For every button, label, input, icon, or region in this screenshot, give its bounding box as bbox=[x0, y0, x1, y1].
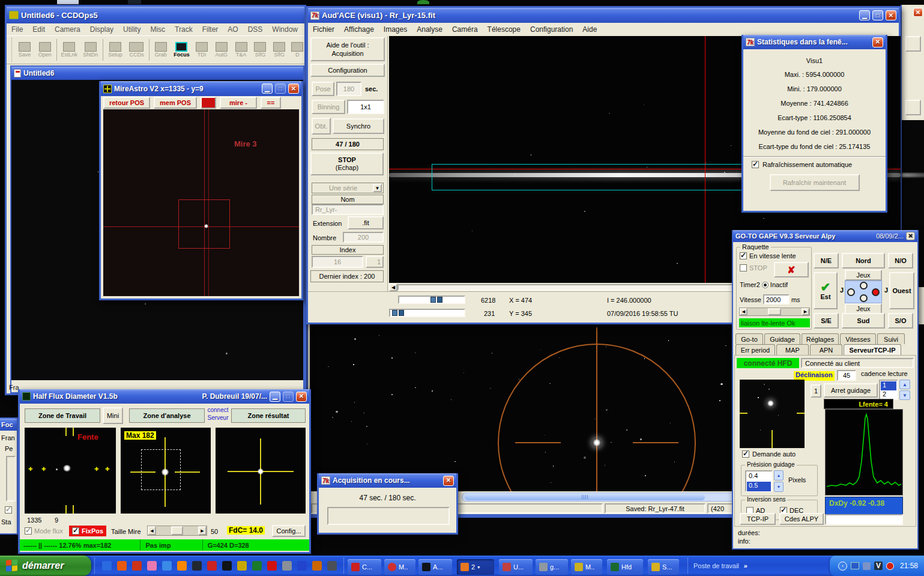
serie-dropdown[interactable]: Une série ▼ bbox=[312, 183, 384, 193]
hfd-panel-resultat[interactable] bbox=[216, 428, 306, 514]
maximize-icon[interactable]: □ bbox=[872, 10, 883, 20]
cadence-list[interactable]: 1 2 bbox=[879, 380, 898, 400]
edge-button[interactable] bbox=[905, 36, 921, 52]
scroll-left-icon[interactable]: ◀ bbox=[389, 283, 397, 291]
tray-shield-icon[interactable] bbox=[886, 562, 894, 570]
spinner-up-icon[interactable]: ▲ bbox=[774, 470, 784, 481]
close-icon[interactable]: ✕ bbox=[443, 476, 454, 486]
precision-option-04[interactable]: 0.4 bbox=[747, 472, 771, 482]
close-icon[interactable]: ✕ bbox=[296, 392, 307, 402]
slider-right-icon[interactable]: ▶ bbox=[802, 308, 809, 315]
tray-collapse-icon[interactable]: ‹ bbox=[838, 562, 847, 571]
alpy-field[interactable] bbox=[825, 514, 903, 525]
toolbar-button-focus[interactable]: Focus bbox=[172, 42, 190, 58]
dir-se-button[interactable]: S/E bbox=[814, 313, 839, 329]
hfd-panel-travail[interactable]: Fente ✚ ✚ ✚ ✚ bbox=[25, 428, 116, 514]
starfield-image[interactable] bbox=[310, 324, 743, 491]
menu-item-window[interactable]: Window bbox=[272, 25, 298, 34]
threshold-slider-high[interactable] bbox=[398, 296, 465, 304]
foc-field[interactable] bbox=[6, 456, 16, 502]
pad-circle-bottom[interactable] bbox=[860, 294, 868, 302]
tab-goto[interactable]: Go-to bbox=[735, 333, 763, 344]
dir-no-button[interactable]: N/O bbox=[888, 253, 913, 268]
minimize-icon[interactable]: ▁ bbox=[262, 83, 273, 94]
slider-left-icon[interactable]: ◀ bbox=[740, 308, 747, 315]
hfd-titlebar[interactable]: Half Flux Diameter V1.5b P. Dubreuil 19/… bbox=[20, 389, 309, 404]
index-input[interactable]: 16 bbox=[312, 256, 363, 268]
toolbar-button-open[interactable]: Open bbox=[36, 42, 53, 58]
audace-titlebar[interactable]: 7k Aud'ACE (visu1) - Rr_Lyr-15.fit ▁ □ ✕ bbox=[308, 8, 899, 23]
menu-item-images[interactable]: Images bbox=[384, 25, 407, 34]
equals-button[interactable]: == bbox=[261, 97, 281, 109]
menu-item-ao[interactable]: AO bbox=[228, 25, 238, 34]
config-button[interactable]: Config... bbox=[272, 525, 306, 537]
pad-circle-top[interactable] bbox=[860, 282, 868, 290]
ccdops-titlebar[interactable]: Untitled6 - CCDOps5 bbox=[7, 7, 304, 23]
toolbar-button-ccds[interactable]: CCDs bbox=[127, 42, 145, 58]
menu-item-aide[interactable]: Aide bbox=[582, 25, 597, 34]
tab-guidage[interactable]: Guidage bbox=[764, 333, 800, 344]
mireastro-titlebar[interactable]: MireAstro V2 x=1335 - y=9 ▁ □ ✕ bbox=[101, 81, 301, 96]
goto-titlebar[interactable]: GO-TO GAPE V9.3 Serveur Alpy 08/09/2... … bbox=[733, 230, 917, 242]
quicklaunch-icon[interactable] bbox=[102, 561, 112, 571]
task-button-g[interactable]: g... bbox=[536, 559, 568, 575]
arret-guidage-button[interactable]: Arret guidage bbox=[824, 383, 878, 398]
task-button-u[interactable]: U... bbox=[499, 559, 533, 575]
quicklaunch-icon[interactable] bbox=[132, 561, 142, 571]
menu-item-dss[interactable]: DSS bbox=[248, 25, 263, 34]
dir-est-button[interactable]: ✔ Est bbox=[814, 272, 838, 309]
precision-option-05[interactable]: 0.5 bbox=[747, 482, 771, 491]
mode-flux-row[interactable]: Mode flux bbox=[25, 527, 63, 535]
dir-ouest-button[interactable]: Ouest bbox=[889, 272, 914, 309]
task-button-2-active[interactable]: 2▾ bbox=[457, 559, 494, 575]
tool-help-button[interactable]: Aide de l'outil :Acquisition bbox=[310, 37, 385, 61]
stop-checkbox[interactable] bbox=[740, 264, 747, 271]
fixpos-checkbox[interactable] bbox=[72, 527, 79, 535]
toolbar-button-tdi[interactable]: TDI bbox=[194, 42, 210, 58]
tab-err-period[interactable]: Err period bbox=[735, 344, 775, 355]
quicklaunch-icon[interactable] bbox=[267, 561, 277, 571]
taskbar-clock[interactable]: 21:58 bbox=[900, 562, 918, 570]
quicklaunch-icon[interactable] bbox=[177, 561, 187, 571]
fixpos-toggle[interactable]: FixPos bbox=[69, 526, 106, 536]
pad-circle-left[interactable] bbox=[847, 288, 855, 296]
close-icon[interactable]: ✕ bbox=[288, 83, 299, 94]
toolbar-button-slfg2[interactable]: SlfG bbox=[271, 42, 288, 58]
toolbar-button-setup[interactable]: Setup bbox=[106, 42, 124, 58]
timer-row[interactable]: Timer2 Inactif bbox=[740, 281, 788, 288]
dir-so-button[interactable]: S/O bbox=[888, 313, 913, 329]
close-icon[interactable]: ✕ bbox=[906, 232, 915, 240]
stop-button[interactable]: STOP(Echap) bbox=[310, 153, 384, 175]
task-button-m2[interactable]: M.. bbox=[571, 559, 602, 575]
acquisition-titlebar[interactable]: 7k Acquisition en cours... ✕ bbox=[319, 473, 456, 488]
tab-serveur-tcpip[interactable]: ServeurTCP-IP bbox=[844, 344, 901, 355]
refresh-now-button[interactable]: Rafraîchir maintenant bbox=[770, 174, 860, 191]
connect-serveur-button[interactable]: connectServeur bbox=[207, 406, 229, 424]
cadence-option-2[interactable]: 2 bbox=[881, 390, 896, 399]
menu-item-configuration[interactable]: Configuration bbox=[530, 25, 573, 34]
vitesse-lente-checkbox[interactable] bbox=[740, 252, 747, 259]
slider-thumb[interactable] bbox=[768, 308, 781, 315]
maximize-icon[interactable]: □ bbox=[275, 83, 286, 94]
quicklaunch-icon[interactable] bbox=[147, 561, 157, 571]
poste-de-travail-toolbar[interactable]: Poste de travail » bbox=[693, 562, 747, 569]
start-button[interactable]: démarrer bbox=[0, 556, 91, 576]
toolbar-button-save[interactable]: Save bbox=[16, 42, 34, 58]
quicklaunch-icon[interactable] bbox=[162, 561, 172, 571]
pad-circle-right-active[interactable] bbox=[872, 288, 880, 296]
toolbar-button-clipped[interactable]: D bbox=[291, 42, 304, 58]
foc-titlebar[interactable]: Foc bbox=[0, 419, 17, 431]
starfield-hscrollbar[interactable] bbox=[462, 493, 741, 502]
menu-item-track[interactable]: Track bbox=[175, 25, 193, 34]
quicklaunch-icon[interactable] bbox=[117, 561, 127, 571]
threshold-slider-low[interactable] bbox=[389, 309, 465, 317]
menu-item-fichier[interactable]: Fichier bbox=[313, 25, 334, 34]
quicklaunch-icon[interactable] bbox=[252, 561, 262, 571]
cdes-alpy-button[interactable]: Cdes ALPY bbox=[779, 513, 824, 525]
dir-sud-button[interactable]: Sud bbox=[842, 313, 885, 329]
demande-auto-checkbox[interactable] bbox=[742, 450, 749, 458]
tab-map[interactable]: MAP bbox=[776, 344, 809, 355]
menu-item-file[interactable]: File bbox=[11, 25, 23, 34]
close-icon[interactable]: ✕ bbox=[913, 8, 923, 17]
menu-item-camera[interactable]: Camera bbox=[55, 25, 80, 34]
